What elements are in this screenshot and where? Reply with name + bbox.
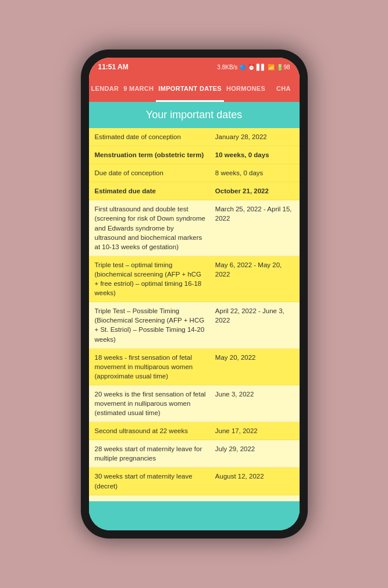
page-title: Your important dates: [89, 102, 300, 128]
row-label-1: Menstruation term (obstetric term): [89, 146, 211, 164]
table-row: Triple test – optimal timing (biochemica…: [89, 256, 300, 302]
row-value-8: June 3, 2022: [211, 385, 300, 421]
row-label-10: 28 weeks start of maternity leave for mu…: [89, 440, 211, 467]
phone-screen: 11:51 AM 3.8KB/s 🔷 ⏰ ▋▋ 📶 🔋98 LENDAR 9 M…: [89, 58, 300, 530]
row-label-2: Due date of conception: [89, 164, 211, 182]
table-row: 20 weeks is the first sensation of fetal…: [89, 385, 300, 422]
status-icons: 3.8KB/s 🔷 ⏰ ▋▋ 📶 🔋98: [217, 64, 290, 70]
row-label-6: Triple Test – Possible Timing (Biochemic…: [89, 302, 211, 348]
row-label-9: Second ultrasound at 22 weeks: [89, 422, 211, 440]
alarm-icon: ⏰: [248, 64, 255, 70]
signal-icon: ▋▋: [257, 64, 266, 70]
row-value-11: August 12, 2022: [211, 467, 300, 494]
row-label-5: Triple test – optimal timing (biochemica…: [89, 256, 211, 302]
row-value-4: March 25, 2022 - April 15, 2022: [211, 200, 300, 255]
row-value-5: May 6, 2022 - May 20, 2022: [211, 256, 300, 302]
table-row: Due date of conception8 weeks, 0 days: [89, 164, 300, 182]
row-label-4: First ultrasound and double test (screen…: [89, 200, 211, 255]
dates-table[interactable]: Estimated date of conceptionJanuary 28, …: [89, 128, 300, 501]
row-value-6: April 22, 2022 - June 3, 2022: [211, 302, 300, 348]
bluetooth-icon: 🔷: [239, 64, 246, 70]
content-area: Your important dates Estimated date of c…: [89, 102, 300, 530]
row-value-10: July 29, 2022: [211, 440, 300, 467]
network-icon: 3.8KB/s: [217, 64, 237, 70]
status-bar: 11:51 AM 3.8KB/s 🔷 ⏰ ▋▋ 📶 🔋98: [89, 58, 300, 76]
table-row: 28 weeks start of maternity leave for mu…: [89, 440, 300, 467]
row-value-1: 10 weeks, 0 days: [211, 146, 300, 164]
phone-shell: 11:51 AM 3.8KB/s 🔷 ⏰ ▋▋ 📶 🔋98 LENDAR 9 M…: [81, 49, 308, 539]
table-row: 18 weeks - first sensation of fetal move…: [89, 349, 300, 385]
table-row: Second ultrasound at 22 weeksJune 17, 20…: [89, 422, 300, 440]
row-label-7: 18 weeks - first sensation of fetal move…: [89, 349, 211, 385]
tab-bar: LENDAR 9 MARCH IMPORTANT DATES HORMONES …: [89, 76, 300, 102]
teal-footer: [89, 501, 300, 530]
row-value-0: January 28, 2022: [211, 128, 300, 146]
tab-cha[interactable]: CHA: [268, 76, 299, 102]
row-label-3: Estimated due date: [89, 182, 211, 200]
wifi-icon: 📶: [268, 64, 275, 70]
status-time: 11:51 AM: [98, 63, 129, 71]
table-row: 38 weeks term pregnancyOctober 7, 2022: [89, 495, 300, 501]
table-row: Estimated due dateOctober 21, 2022: [89, 182, 300, 200]
tab-important-dates[interactable]: IMPORTANT DATES: [156, 76, 224, 102]
table-row: First ultrasound and double test (screen…: [89, 200, 300, 256]
row-value-12: October 7, 2022: [211, 495, 300, 501]
tab-hormones[interactable]: HORMONES: [224, 76, 268, 102]
row-value-3: October 21, 2022: [211, 182, 300, 200]
battery-icon: 🔋98: [276, 64, 290, 70]
tab-9march[interactable]: 9 MARCH: [121, 76, 156, 102]
row-value-7: May 20, 2022: [211, 349, 300, 385]
row-value-2: 8 weeks, 0 days: [211, 164, 300, 182]
row-label-8: 20 weeks is the first sensation of fetal…: [89, 385, 211, 421]
table-row: Triple Test – Possible Timing (Biochemic…: [89, 302, 300, 348]
row-label-11: 30 weeks start of maternity leave (decre…: [89, 467, 211, 494]
table-row: Estimated date of conceptionJanuary 28, …: [89, 128, 300, 146]
table-row: Menstruation term (obstetric term)10 wee…: [89, 146, 300, 164]
row-label-0: Estimated date of conception: [89, 128, 211, 146]
tab-calendar[interactable]: LENDAR: [89, 76, 122, 102]
table-row: 30 weeks start of maternity leave (decre…: [89, 467, 300, 495]
row-value-9: June 17, 2022: [211, 422, 300, 440]
row-label-12: 38 weeks term pregnancy: [89, 495, 211, 501]
